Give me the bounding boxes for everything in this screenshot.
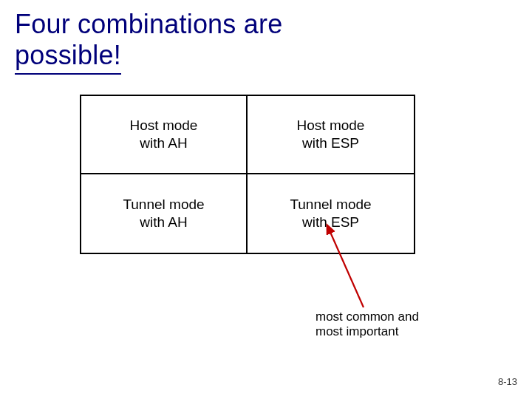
combination-table: Host mode with AH Host mode with ESP Tun… (80, 95, 415, 254)
annotation-line-1: most common and (316, 310, 419, 324)
cell-tunnel-esp: Tunnel mode with ESP (248, 174, 414, 253)
cell-line-1: Host mode (297, 117, 365, 133)
title-line-2: possible! (15, 40, 121, 74)
page-number: 8-13 (498, 376, 517, 387)
annotation-text: most common and most important (316, 310, 463, 340)
annotation-line-2: most important (316, 324, 398, 338)
cell-line-2: with AH (140, 214, 187, 230)
cell-line-1: Tunnel mode (290, 197, 371, 212)
cell-line-2: with AH (140, 135, 187, 151)
cell-line-1: Host mode (130, 117, 198, 133)
cell-line-1: Tunnel mode (123, 197, 204, 212)
cell-line-2: with ESP (302, 135, 359, 151)
table-row: Host mode with AH Host mode with ESP (81, 96, 414, 174)
table-row: Tunnel mode with AH Tunnel mode with ESP (81, 174, 414, 253)
cell-line-2: with ESP (302, 214, 359, 230)
cell-host-esp: Host mode with ESP (248, 96, 414, 173)
slide: Four combinations are possible! Host mod… (0, 0, 532, 399)
cell-tunnel-ah: Tunnel mode with AH (81, 174, 248, 253)
cell-host-ah: Host mode with AH (81, 96, 248, 173)
slide-title: Four combinations are possible! (15, 9, 517, 75)
title-line-1: Four combinations are (15, 9, 282, 39)
